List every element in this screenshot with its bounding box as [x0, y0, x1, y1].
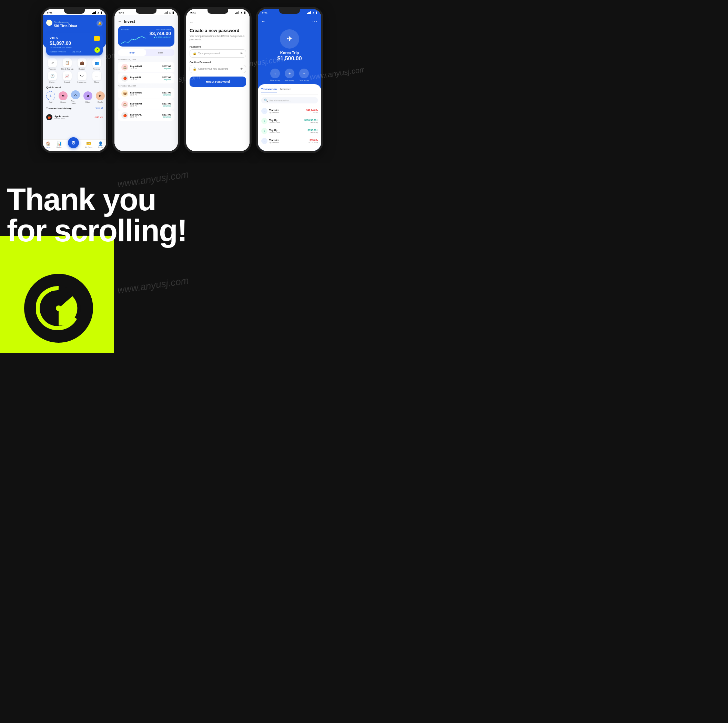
p1-bottom-nav: 🏠 Home 📊 Budget ⚙ 💳 My Cards [43, 139, 106, 151]
budget-label: Budget [79, 68, 85, 70]
contact-miranda[interactable]: M Miranda [59, 91, 67, 103]
txn-name: Apple music [55, 115, 95, 118]
phone-2: 9:41 ▲ ▮ ← Invest [112, 7, 180, 153]
alex-label: Alex houten [71, 100, 80, 104]
p1-balance: $1,897.00 [50, 40, 99, 46]
asset-value: $3,748.00 [150, 31, 171, 36]
p4-search-bar[interactable]: 🔍 Search transaction... [261, 97, 318, 103]
signal-3 [236, 11, 239, 14]
phone-1-shell: 9:41 ▲ ▮ Good morning [41, 7, 108, 153]
history-icon: 🕐 [48, 71, 57, 80]
amzn-time: 09:15 PM [130, 94, 162, 96]
time-3: 9:41 [190, 11, 196, 14]
tab-member[interactable]: Member [280, 87, 291, 92]
wifi-4: ▲ [312, 11, 315, 14]
amzn-info: Buy AMZN 09:15 PM [130, 91, 162, 96]
bills-icon: 📋 [63, 58, 72, 67]
history-label: History [49, 81, 55, 83]
transfer-1-amount: $42,24.09- [306, 109, 318, 111]
aapl-time-2: 09:15 PM [130, 116, 162, 118]
amzn-icon: 📦 [121, 90, 128, 97]
fab-button[interactable]: ⚙ [68, 137, 79, 148]
aapl-status-2: Completed [162, 116, 171, 118]
back-arrow-4[interactable]: ← [261, 19, 265, 24]
move-money-action[interactable]: ↑ Move Money [270, 69, 280, 81]
amzn-name: Buy AMZN [130, 91, 162, 94]
action-budget[interactable]: 💼 Budget [75, 58, 89, 70]
action-more[interactable]: ··· More [90, 71, 103, 83]
p1-card-brand: VISA [50, 36, 99, 40]
invest-chart [121, 35, 145, 45]
contact-alex[interactable]: A Alex houten [71, 90, 80, 104]
phone-4: 9:41 ▲ ▮ ← ··· [256, 7, 323, 153]
nav-mycards[interactable]: 💳 My Cards [85, 141, 92, 148]
transfer-1-amount-col: $42,24.09- 09.35 [306, 109, 318, 113]
dibala-avatar: D [83, 91, 92, 100]
confirm-pw-input-wrap[interactable]: 🔒 Confirm your new password 👁 [190, 65, 246, 73]
action-bills[interactable]: 📋 Bills & Top Up [60, 58, 74, 70]
nav-profile[interactable]: 👤 Profile [98, 141, 103, 148]
tab-transaction[interactable]: Transaction [261, 87, 277, 92]
contact-rosdia[interactable]: R Rosdia [96, 91, 105, 103]
signal-4 [307, 11, 311, 14]
p4-actions-row: ↑ Move Money + Add Money → Send Money [258, 69, 321, 81]
action-invest[interactable]: 📈 Invest [60, 71, 74, 83]
p1-card-footer: Number **** 9877 Exp. 05/25 [50, 51, 99, 53]
phone-4-shell: 9:41 ▲ ▮ ← ··· [256, 7, 323, 153]
reset-pw-button[interactable]: Reset Password [190, 77, 246, 87]
pw-input-wrap[interactable]: 🔒 Type your password 👁 [190, 49, 246, 58]
status-icons-3: ▲ ▮ [236, 11, 245, 14]
nav-fab[interactable]: ⚙ [68, 141, 79, 148]
notch-4 [279, 9, 300, 14]
transfer-2-amount-col: $15.00- 24 Oct 2024 [309, 139, 318, 143]
action-insurance[interactable]: 🛡 Insurance [75, 71, 89, 83]
asset-num: 9872.00 [121, 29, 129, 31]
action-history[interactable]: 🕐 History [46, 71, 59, 83]
p4-txn-topup-2: + Top Up Siti Tirta Dinar $156.00+ Yeste… [261, 126, 318, 136]
add-money-action[interactable]: + Add Money [285, 69, 294, 81]
topup-2-amount-col: $156.00+ Yesterday [308, 129, 318, 133]
aapl-name-2: Buy AAPL [130, 113, 162, 116]
action-transfer[interactable]: ↗ Transfer [46, 58, 59, 70]
topup-1-person: Siti Tirta Dinar [269, 121, 304, 123]
p1-actions-row2: 🕐 History 📈 Invest 🛡 Insurance ··· [43, 71, 106, 84]
send-money-action[interactable]: → Send Money [299, 69, 309, 81]
sell-tab[interactable]: Sell [146, 49, 174, 56]
eye-icon-1[interactable]: 👁 [240, 52, 243, 55]
contact-dibala[interactable]: D Dibala [83, 91, 92, 103]
back-arrow-2[interactable]: ← [118, 19, 122, 24]
p4-topbar: ← ··· [258, 15, 321, 26]
p1-txn-section: Transaction history View all 🍎 Apple mus… [43, 106, 106, 123]
rosdia-avatar: R [96, 91, 105, 100]
nav-home[interactable]: 🏠 Home [46, 141, 50, 148]
p1-bell-icon[interactable]: 🔔 [96, 20, 103, 26]
add-label: Add [49, 101, 52, 103]
nav-budget[interactable]: 📊 Budget [57, 141, 62, 148]
logo-svg [36, 286, 81, 331]
action-referral[interactable]: 👥 Referral [90, 58, 103, 70]
apple-icon: 🍎 [46, 114, 52, 120]
back-arrow-3[interactable]: ← [190, 20, 194, 25]
p4-txn-transfer-2: ↔ Transfer Tycha Pratiw $15.00- 24 Oct 2… [261, 136, 318, 146]
more-dots-4[interactable]: ··· [312, 19, 318, 24]
topup-2-date: Yesterday [308, 131, 318, 133]
topup-2-name: Top Up [269, 129, 308, 131]
add-contact[interactable]: + Add [46, 91, 55, 103]
p1-visa-card: VISA $1,897.00 +2.50% from last month Nu… [46, 34, 103, 55]
aapl-info-2: Buy AAPL 09:15 PM [130, 113, 162, 118]
view-all-link[interactable]: View all [95, 107, 103, 111]
buy-tab[interactable]: Buy [118, 49, 146, 56]
wifi-2: ▲ [168, 11, 171, 14]
p1-card-chip [94, 36, 100, 41]
topup-1-amount: $116,50.00+ [304, 119, 318, 121]
aapl-time-1: 09:15 PM [130, 79, 162, 81]
referral-icon: 👥 [92, 58, 101, 67]
eye-icon-2[interactable]: 👁 [240, 67, 243, 71]
more-label: More [95, 81, 99, 83]
topup-2-info: Top Up Siti Tirta Dinar [269, 129, 308, 133]
pw-input-text: Type your password [198, 52, 240, 55]
topup-1-date: Yesterday [304, 121, 318, 123]
topup-1-amount-col: $116,50.00+ Yesterday [304, 119, 318, 123]
p1-quick-send: Quick send + Add M Miranda A [43, 84, 106, 106]
p1-contacts: + Add M Miranda A Alex houten [46, 90, 103, 104]
